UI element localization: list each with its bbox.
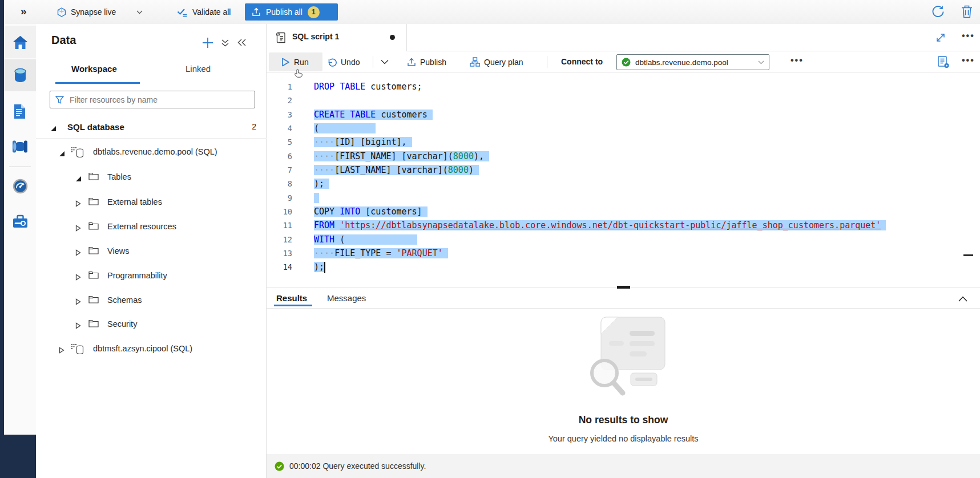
data-explorer-panel: Data Workspace Linked SQL database2: [36, 24, 267, 478]
add-resource-button[interactable]: [201, 37, 214, 51]
tree-item-tables[interactable]: Tables: [36, 167, 266, 189]
query-status-bar: 00:00:02 Query executed successfully.: [267, 454, 980, 478]
tree-expander-icon[interactable]: [75, 321, 81, 331]
tree-item-security[interactable]: Security: [36, 314, 266, 336]
nav-home-button[interactable]: [4, 26, 36, 58]
tree-expander-icon[interactable]: [59, 346, 64, 356]
main-work-area: SQL script 1 ••• Run: [267, 24, 980, 478]
collapse-results-chevron[interactable]: [958, 294, 967, 304]
tab-sql-script-1[interactable]: SQL script 1: [267, 24, 407, 51]
toolbar-divider: [373, 56, 373, 68]
editor-more-actions-button[interactable]: •••: [962, 55, 975, 66]
tree-item-programmability[interactable]: Programmability: [36, 266, 266, 287]
connect-to-pool-dropdown[interactable]: dbtlabs.revenue.demo.pool: [616, 54, 769, 70]
tree-item-schemas[interactable]: Schemas: [36, 290, 266, 312]
folder-icon: [88, 295, 99, 306]
rail-divider: [9, 167, 31, 167]
code-line[interactable]: 14);: [267, 260, 980, 274]
document-icon: [13, 104, 27, 119]
publish-all-button[interactable]: Publish all 1: [245, 3, 338, 21]
expand-editor-icon[interactable]: [935, 33, 946, 45]
line-number: 8: [267, 177, 292, 191]
code-line[interactable]: 8);: [267, 177, 980, 191]
validate-check-icon: [177, 7, 188, 17]
code-line[interactable]: 13····FILE_TYPE = 'PARQUET': [267, 246, 980, 260]
tab-more-actions-button[interactable]: •••: [962, 31, 975, 41]
tree-item-external-tables[interactable]: External tables: [36, 192, 266, 214]
filter-box: [50, 91, 255, 108]
nav-develop-button[interactable]: [4, 95, 36, 127]
tree-expander-icon[interactable]: [50, 124, 57, 134]
code-line[interactable]: 6····[FIRST_NAME] [varchar](8000),: [267, 149, 980, 163]
properties-button[interactable]: [937, 55, 950, 71]
nav-monitor-button[interactable]: [4, 170, 36, 202]
code-line[interactable]: 3CREATE TABLE customers: [267, 108, 980, 121]
publish-count-badge: 1: [308, 6, 320, 18]
tab-linked[interactable]: Linked: [185, 64, 211, 74]
sql-script-icon: [274, 31, 287, 44]
refresh-icon[interactable]: [931, 5, 945, 21]
tree-expander-icon[interactable]: [59, 149, 65, 159]
tree-expander-icon[interactable]: [75, 273, 81, 283]
chevron-down-icon: [381, 59, 389, 64]
collapse-all-button[interactable]: [221, 39, 229, 50]
tree-item-label: Schemas: [107, 295, 142, 305]
line-number: 14: [267, 260, 292, 274]
tree-expander-icon[interactable]: [75, 248, 81, 258]
code-line[interactable]: 4(: [267, 121, 980, 135]
validate-all-button[interactable]: Validate all: [177, 0, 231, 24]
undo-button[interactable]: Undo: [327, 51, 360, 72]
line-number: 13: [267, 246, 292, 260]
left-navigation-rail: [4, 24, 36, 478]
folder-icon: [88, 172, 99, 183]
tree-item-dbtlabs-revenue-demo-pool-sql[interactable]: dbtlabs.revenue.demo.pool (SQL): [36, 142, 266, 164]
home-icon: [13, 35, 28, 50]
sql-code-editor[interactable]: 1DROP TABLE customers;23CREATE TABLE cus…: [267, 73, 980, 287]
discard-trash-icon[interactable]: [960, 5, 974, 21]
code-line[interactable]: 1DROP TABLE customers;: [267, 80, 980, 94]
code-line-text: );: [314, 177, 329, 191]
left-edge-strip: [0, 0, 4, 478]
code-line[interactable]: 5····[ID] [bigint],: [267, 135, 980, 149]
tree-expander-icon[interactable]: [75, 174, 82, 184]
tree-item-label: dbtmsft.azsyn.cipool (SQL): [93, 344, 192, 353]
tree-expander-icon[interactable]: [75, 297, 81, 307]
code-line-text: COPY INTO [customers]: [314, 205, 428, 218]
publish-button[interactable]: Publish: [407, 51, 446, 72]
nav-data-button[interactable]: [4, 59, 36, 91]
toolbar-more-button[interactable]: •••: [791, 55, 804, 66]
chevron-down-icon: [136, 10, 143, 14]
code-line[interactable]: 12WITH (: [267, 233, 980, 246]
splitter-drag-handle[interactable]: [617, 286, 630, 289]
query-plan-icon: [470, 57, 480, 67]
nav-integrate-button[interactable]: [4, 131, 36, 163]
code-line[interactable]: 9: [267, 191, 980, 205]
folder-icon: [88, 246, 99, 257]
tree-item-sql-database[interactable]: SQL database2: [36, 117, 266, 139]
tree-item-dbtmsft-azsyn-cipool-sql[interactable]: dbtmsft.azsyn.cipool (SQL): [36, 339, 266, 360]
nav-manage-button[interactable]: [4, 205, 36, 237]
code-line[interactable]: 11FROM 'https://dbtlabsynapsedatalake.bl…: [267, 218, 980, 232]
tree-item-external-resources[interactable]: External resources: [36, 217, 266, 238]
tree-item-views[interactable]: Views: [36, 241, 266, 263]
code-line[interactable]: 7····[LAST_NAME] [varchar](8000): [267, 163, 980, 177]
collapse-panel-button[interactable]: [237, 38, 247, 49]
line-number: 3: [267, 108, 292, 121]
tab-messages[interactable]: Messages: [327, 293, 366, 303]
query-plan-button[interactable]: Query plan: [470, 51, 523, 72]
expand-menu-icon[interactable]: »: [21, 5, 27, 18]
tree-expander-icon[interactable]: [75, 224, 81, 234]
tab-workspace[interactable]: Workspace: [71, 64, 117, 74]
tree-expander-icon[interactable]: [75, 199, 81, 209]
document-tab-strip: SQL script 1 •••: [267, 24, 980, 51]
run-button[interactable]: Run: [281, 51, 309, 72]
folder-icon: [88, 222, 99, 232]
filter-resources-input[interactable]: [68, 95, 255, 105]
folder-icon: [88, 319, 99, 330]
mode-selector-dropdown[interactable]: Synapse live: [57, 0, 143, 24]
undo-split-chevron[interactable]: [381, 51, 389, 72]
tab-results[interactable]: Results: [276, 293, 307, 303]
code-line[interactable]: 2: [267, 94, 980, 107]
query-plan-label: Query plan: [484, 58, 523, 67]
code-line[interactable]: 10COPY INTO [customers]: [267, 205, 980, 218]
